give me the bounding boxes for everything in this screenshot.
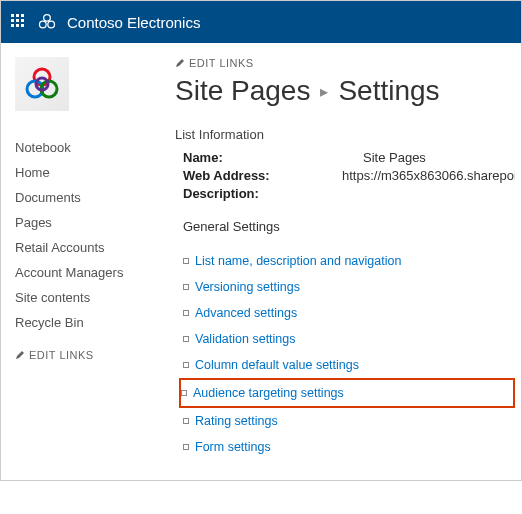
bullet-icon (183, 418, 189, 424)
nav-item[interactable]: Account Managers (15, 260, 175, 285)
bullet-icon (183, 362, 189, 368)
nav-item[interactable]: Retail Accounts (15, 235, 175, 260)
list-info-heading: List Information (175, 127, 515, 142)
svg-point-0 (44, 15, 51, 22)
nav-item[interactable]: Notebook (15, 135, 175, 160)
left-column: NotebookHomeDocumentsPagesRetail Account… (15, 57, 175, 460)
breadcrumb: Site Pages ▸ Settings (175, 75, 515, 107)
settings-link[interactable]: List name, description and navigation (195, 254, 401, 268)
bullet-icon (181, 390, 187, 396)
general-settings-heading: General Settings (183, 219, 515, 234)
web-address-label: Web Address: (183, 168, 342, 183)
quick-launch-nav: NotebookHomeDocumentsPagesRetail Account… (15, 135, 175, 361)
app-title: Contoso Electronics (67, 14, 200, 31)
settings-link[interactable]: Audience targeting settings (193, 386, 344, 400)
nav-item[interactable]: Pages (15, 210, 175, 235)
edit-links-nav[interactable]: EDIT LINKS (15, 349, 175, 361)
svg-point-2 (48, 21, 55, 28)
main-column: EDIT LINKS Site Pages ▸ Settings List In… (175, 57, 521, 460)
bullet-icon (183, 284, 189, 290)
nav-item[interactable]: Home (15, 160, 175, 185)
brand-logo-icon (37, 12, 57, 32)
settings-link[interactable]: Rating settings (195, 414, 278, 428)
bullet-icon (183, 258, 189, 264)
edit-links-label: EDIT LINKS (189, 57, 254, 69)
settings-link[interactable]: Validation settings (195, 332, 296, 346)
chevron-right-icon: ▸ (320, 82, 328, 101)
name-value: Site Pages (363, 150, 426, 165)
nav-item[interactable]: Site contents (15, 285, 175, 310)
settings-item: Versioning settings (183, 274, 515, 300)
settings-item: Column default value settings (183, 352, 515, 378)
nav-item[interactable]: Recycle Bin (15, 310, 175, 335)
app-launcher-icon[interactable] (11, 14, 27, 30)
breadcrumb-parent[interactable]: Site Pages (175, 75, 310, 107)
bullet-icon (183, 336, 189, 342)
site-logo-icon (22, 64, 62, 104)
pencil-icon (15, 350, 25, 360)
site-logo-tile[interactable] (15, 57, 69, 111)
pencil-icon (175, 58, 185, 68)
settings-item: Audience targeting settings (179, 378, 515, 408)
settings-item: List name, description and navigation (183, 248, 515, 274)
svg-point-1 (40, 21, 47, 28)
settings-item: Validation settings (183, 326, 515, 352)
settings-item: Form settings (183, 434, 515, 460)
edit-links-label: EDIT LINKS (29, 349, 94, 361)
settings-link[interactable]: Column default value settings (195, 358, 359, 372)
web-address-value[interactable]: https://m365x863066.sharepoint.c (342, 168, 515, 183)
page-content: NotebookHomeDocumentsPagesRetail Account… (1, 43, 521, 480)
settings-link[interactable]: Advanced settings (195, 306, 297, 320)
bullet-icon (183, 310, 189, 316)
app-bar: Contoso Electronics (1, 1, 521, 43)
breadcrumb-current: Settings (338, 75, 439, 107)
settings-link[interactable]: Versioning settings (195, 280, 300, 294)
name-label: Name: (183, 150, 363, 165)
settings-item: Advanced settings (183, 300, 515, 326)
settings-item: Rating settings (183, 408, 515, 434)
list-info-table: Name: Site Pages Web Address: https://m3… (183, 150, 515, 201)
description-label: Description: (183, 186, 363, 201)
general-settings-list: List name, description and navigationVer… (183, 248, 515, 460)
nav-item[interactable]: Documents (15, 185, 175, 210)
settings-link[interactable]: Form settings (195, 440, 271, 454)
edit-links-top[interactable]: EDIT LINKS (175, 57, 515, 69)
bullet-icon (183, 444, 189, 450)
